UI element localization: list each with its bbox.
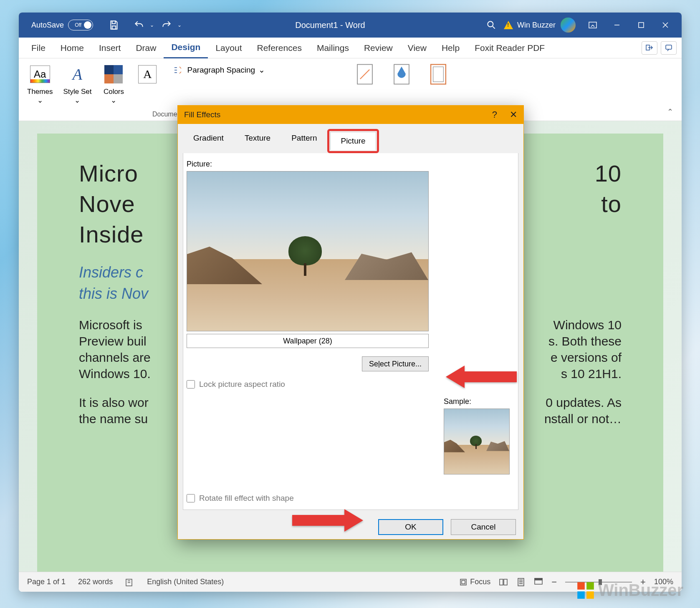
svg-marker-17 [446,366,517,388]
watermark-button[interactable] [355,63,375,86]
themes-icon: Aa [30,66,50,83]
tab-gradient[interactable]: Gradient [183,129,234,153]
focus-mode[interactable]: Focus [459,578,490,586]
fonts-button[interactable]: A [136,63,159,88]
svg-rect-16 [535,578,542,580]
tab-insert[interactable]: Insert [91,38,129,58]
tab-foxit[interactable]: Foxit Reader PDF [467,38,552,58]
colors-button[interactable]: Colors ⌄ [102,63,125,105]
tab-draw[interactable]: Draw [128,38,164,58]
page-color-button[interactable] [392,63,412,86]
rotate-fill-row[interactable]: Rotate fill effect with shape [187,494,515,503]
svg-rect-2 [639,23,644,28]
maximize-button[interactable] [629,16,653,34]
svg-rect-4 [666,45,672,49]
ribbon-display-icon[interactable] [581,16,605,34]
warning-icon[interactable] [504,21,513,29]
tab-layout[interactable]: Layout [208,38,249,58]
qat-dropdown[interactable]: ⌄ [177,22,182,28]
winbuzzer-logo-icon [576,581,595,600]
cancel-button[interactable]: Cancel [451,519,516,535]
redo-icon[interactable] [157,16,176,34]
undo-dropdown[interactable]: ⌄ [150,22,154,28]
chevron-down-icon: ⌄ [74,96,80,105]
read-mode-icon[interactable] [499,578,508,587]
page-borders-button[interactable] [428,63,448,86]
sample-label: Sample: [444,397,471,406]
svg-rect-10 [460,579,466,585]
fonts-icon: A [138,65,157,83]
word-count[interactable]: 262 words [78,578,113,586]
undo-icon[interactable] [130,16,148,34]
lock-aspect-label: Lock picture aspect ratio [199,380,285,389]
tab-mailings[interactable]: Mailings [309,38,356,58]
chevron-down-icon: ⌄ [258,65,265,75]
para-spacing-label: Paragraph Spacing [187,66,255,75]
sample-section: Sample: [444,397,510,474]
autosave-label: AutoSave [31,21,64,30]
web-layout-icon[interactable] [534,578,543,587]
picture-preview [187,171,429,331]
comments-button[interactable] [661,41,677,55]
help-button[interactable]: ? [492,109,497,120]
share-button[interactable] [642,41,657,55]
dialog-tabs: Gradient Texture Pattern Picture [178,124,523,153]
spell-check-icon[interactable] [125,578,134,587]
username[interactable]: Win Buzzer [517,21,556,30]
doc-formatting-group-label: Documen [152,111,181,118]
dialog-body: Gradient Texture Pattern Picture Picture… [177,124,524,540]
tab-view[interactable]: View [400,38,434,58]
close-button[interactable] [653,16,677,34]
rotate-fill-checkbox[interactable] [187,494,195,502]
avatar[interactable] [561,18,576,33]
tab-home[interactable]: Home [53,38,91,58]
tab-file[interactable]: File [24,38,53,58]
colors-icon [104,65,123,83]
close-icon[interactable]: ✕ [510,109,517,120]
tab-review[interactable]: Review [356,38,400,58]
colors-label: Colors [104,88,124,96]
themes-button[interactable]: Aa Themes ⌄ [27,63,53,105]
paragraph-spacing-button[interactable]: Paragraph Spacing ⌄ [169,63,269,77]
watermark-icon [355,63,375,86]
page-info[interactable]: Page 1 of 1 [27,578,66,586]
svg-marker-18 [292,509,363,532]
title-bar: AutoSave Off ⌄ ⌄ Document1 - Word Win Bu… [19,13,682,38]
annotation-arrow-2 [292,506,363,537]
document-title: Document1 - Word [182,20,479,30]
autosave-toggle[interactable]: AutoSave Off [23,20,101,30]
save-icon[interactable] [105,16,123,34]
tab-help[interactable]: Help [434,38,467,58]
dialog-panel: Picture: Wallpaper (28) Select Picture..… [183,153,518,510]
page-color-icon [392,63,412,86]
zoom-out[interactable]: − [551,577,557,588]
select-picture-button[interactable]: Select Picture... [362,356,429,371]
tab-references[interactable]: References [250,38,309,58]
watermark-text: WinBuzzer [598,581,683,600]
svg-rect-11 [462,580,465,584]
svg-rect-19 [577,582,585,590]
lock-aspect-checkbox[interactable] [187,380,195,389]
style-set-icon: A [73,65,82,83]
collapse-ribbon-icon[interactable]: ⌃ [667,107,673,116]
autosave-switch[interactable]: Off [68,20,93,30]
svg-rect-22 [586,591,594,599]
print-layout-icon[interactable] [516,578,526,587]
tab-picture[interactable]: Picture [330,132,376,150]
style-set-button[interactable]: A Style Set ⌄ [63,63,91,105]
toggle-knob [84,21,91,29]
language[interactable]: English (United States) [147,578,224,586]
minimize-button[interactable] [605,16,629,34]
tab-pattern[interactable]: Pattern [281,129,327,153]
svg-rect-13 [504,579,507,585]
styleset-label: Style Set [63,88,91,96]
dialog-title-bar[interactable]: Fill Effects ? ✕ [177,105,524,124]
chevron-down-icon: ⌄ [111,96,116,105]
tab-design[interactable]: Design [164,37,208,58]
annotation-arrow-1 [446,362,517,393]
ok-button[interactable]: OK [378,519,443,535]
rotate-fill-label: Rotate fill effect with shape [199,494,294,503]
search-icon[interactable] [482,16,500,34]
tab-texture[interactable]: Texture [234,129,281,153]
dialog-title: Fill Effects [184,110,220,119]
